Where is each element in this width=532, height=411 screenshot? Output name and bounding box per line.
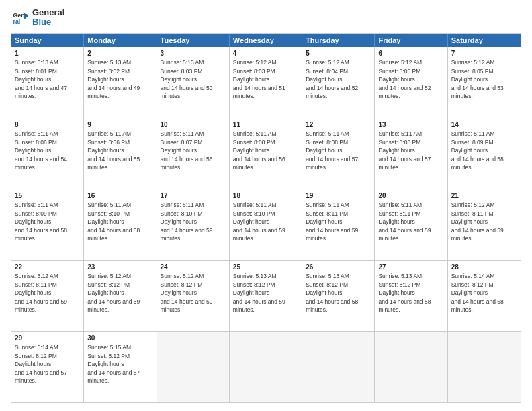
day-header-monday: Monday: [84, 34, 157, 47]
empty-cell: [375, 332, 447, 402]
daylight-value: and 14 hours and 56 minutes.: [233, 156, 285, 171]
sunset-text: Sunset: 8:12 PM: [87, 281, 130, 288]
daylight-value: and 14 hours and 54 minutes.: [15, 156, 67, 171]
day-header-tuesday: Tuesday: [157, 34, 230, 47]
day-cell-10: 10 Sunrise: 5:11 AM Sunset: 8:07 PM Dayl…: [157, 118, 230, 189]
sunset-text: Sunset: 8:10 PM: [161, 210, 203, 217]
day-cell-26: 26 Sunrise: 5:13 AM Sunset: 8:12 PM Dayl…: [302, 261, 375, 331]
sunset-text: Sunset: 8:06 PM: [87, 139, 130, 146]
sunrise-text: Sunrise: 5:12 AM: [451, 59, 495, 66]
sunrise-text: Sunrise: 5:12 AM: [451, 201, 495, 208]
day-number: 26: [306, 263, 371, 272]
sunset-text: Sunset: 8:05 PM: [378, 68, 420, 75]
daylight-label: Daylight hours: [378, 147, 414, 154]
daylight-value: and 14 hours and 58 minutes.: [87, 227, 140, 242]
day-cell-3: 3 Sunrise: 5:13 AM Sunset: 8:03 PM Dayli…: [157, 47, 230, 118]
sunset-text: Sunset: 8:12 PM: [87, 353, 130, 359]
day-cell-25: 25 Sunrise: 5:13 AM Sunset: 8:12 PM Dayl…: [230, 261, 302, 331]
daylight-value: and 14 hours and 47 minutes.: [15, 85, 67, 99]
day-cell-8: 8 Sunrise: 5:11 AM Sunset: 8:06 PM Dayli…: [11, 118, 84, 189]
daylight-value: and 14 hours and 52 minutes.: [306, 85, 358, 99]
sunrise-text: Sunrise: 5:13 AM: [378, 273, 422, 279]
sunrise-text: Sunrise: 5:11 AM: [306, 130, 349, 137]
day-cell-14: 14 Sunrise: 5:11 AM Sunset: 8:09 PM Dayl…: [448, 118, 521, 189]
day-cell-23: 23 Sunrise: 5:12 AM Sunset: 8:12 PM Dayl…: [84, 261, 157, 331]
logo-icon: Gene ral: [11, 8, 30, 27]
day-number: 1: [15, 49, 80, 58]
day-number: 9: [87, 120, 152, 130]
sunrise-text: Sunrise: 5:13 AM: [87, 59, 131, 66]
empty-cell: [157, 332, 230, 402]
sunrise-text: Sunrise: 5:13 AM: [161, 59, 204, 66]
sunrise-text: Sunrise: 5:12 AM: [233, 59, 277, 66]
daylight-value: and 14 hours and 57 minutes.: [87, 369, 140, 384]
daylight-label: Daylight hours: [87, 361, 124, 367]
day-header-sunday: Sunday: [11, 34, 84, 47]
day-cell-28: 28 Sunrise: 5:14 AM Sunset: 8:12 PM Dayl…: [448, 261, 521, 331]
day-cell-21: 21 Sunrise: 5:12 AM Sunset: 8:11 PM Dayl…: [448, 189, 521, 260]
sunset-text: Sunset: 8:10 PM: [87, 210, 130, 217]
daylight-label: Daylight hours: [161, 147, 197, 154]
day-cell-5: 5 Sunrise: 5:12 AM Sunset: 8:04 PM Dayli…: [302, 47, 375, 118]
calendar-week-2: 8 Sunrise: 5:11 AM Sunset: 8:06 PM Dayli…: [11, 118, 521, 189]
day-number: 6: [378, 49, 443, 58]
day-cell-4: 4 Sunrise: 5:12 AM Sunset: 8:03 PM Dayli…: [230, 47, 302, 118]
sunset-text: Sunset: 8:06 PM: [15, 139, 57, 146]
daylight-label: Daylight hours: [233, 76, 269, 83]
day-cell-13: 13 Sunrise: 5:11 AM Sunset: 8:08 PM Dayl…: [375, 118, 447, 189]
daylight-label: Daylight hours: [161, 218, 197, 225]
sunrise-text: Sunrise: 5:12 AM: [161, 273, 204, 279]
calendar-week-5: 29 Sunrise: 5:14 AM Sunset: 8:12 PM Dayl…: [11, 332, 521, 402]
daylight-value: and 14 hours and 58 minutes.: [451, 156, 504, 171]
day-number: 22: [15, 263, 80, 272]
calendar-week-4: 22 Sunrise: 5:12 AM Sunset: 8:11 PM Dayl…: [11, 261, 521, 332]
sunrise-text: Sunrise: 5:11 AM: [15, 201, 58, 208]
daylight-value: and 14 hours and 53 minutes.: [451, 85, 504, 99]
day-cell-16: 16 Sunrise: 5:11 AM Sunset: 8:10 PM Dayl…: [84, 189, 157, 260]
day-number: 14: [451, 120, 517, 130]
daylight-label: Daylight hours: [306, 147, 342, 154]
daylight-value: and 14 hours and 52 minutes.: [378, 85, 431, 99]
sunset-text: Sunset: 8:04 PM: [306, 68, 348, 75]
daylight-label: Daylight hours: [161, 76, 197, 83]
daylight-label: Daylight hours: [15, 218, 51, 225]
day-cell-6: 6 Sunrise: 5:12 AM Sunset: 8:05 PM Dayli…: [375, 47, 447, 118]
sunset-text: Sunset: 8:05 PM: [451, 68, 494, 75]
daylight-label: Daylight hours: [451, 76, 488, 83]
empty-cell: [230, 332, 302, 402]
sunrise-text: Sunrise: 5:12 AM: [378, 59, 422, 66]
daylight-value: and 14 hours and 49 minutes.: [87, 85, 140, 99]
day-number: 24: [161, 263, 226, 272]
day-number: 27: [378, 263, 443, 272]
daylight-label: Daylight hours: [451, 289, 488, 296]
sunset-text: Sunset: 8:02 PM: [87, 68, 130, 75]
day-number: 18: [233, 191, 298, 201]
day-number: 11: [233, 120, 298, 130]
daylight-label: Daylight hours: [87, 218, 124, 225]
day-number: 19: [306, 191, 371, 201]
daylight-label: Daylight hours: [306, 76, 342, 83]
daylight-value: and 14 hours and 58 minutes.: [451, 298, 504, 313]
daylight-value: and 14 hours and 57 minutes.: [306, 156, 358, 171]
daylight-value: and 14 hours and 59 minutes.: [15, 298, 67, 313]
sunset-text: Sunset: 8:11 PM: [306, 210, 348, 217]
daylight-value: and 14 hours and 58 minutes.: [15, 227, 67, 242]
sunrise-text: Sunrise: 5:11 AM: [306, 201, 349, 208]
day-header-wednesday: Wednesday: [230, 34, 302, 47]
sunrise-text: Sunrise: 5:11 AM: [87, 201, 131, 208]
daylight-label: Daylight hours: [306, 289, 342, 296]
daylight-label: Daylight hours: [87, 147, 124, 154]
day-cell-2: 2 Sunrise: 5:13 AM Sunset: 8:02 PM Dayli…: [84, 47, 157, 118]
day-cell-18: 18 Sunrise: 5:11 AM Sunset: 8:10 PM Dayl…: [230, 189, 302, 260]
day-number: 10: [161, 120, 226, 130]
daylight-value: and 14 hours and 59 minutes.: [233, 227, 285, 242]
sunrise-text: Sunrise: 5:11 AM: [378, 130, 422, 137]
daylight-value: and 14 hours and 59 minutes.: [378, 227, 431, 242]
sunrise-text: Sunrise: 5:13 AM: [306, 273, 349, 279]
sunset-text: Sunset: 8:11 PM: [378, 210, 420, 217]
sunset-text: Sunset: 8:11 PM: [451, 210, 494, 217]
day-cell-7: 7 Sunrise: 5:12 AM Sunset: 8:05 PM Dayli…: [448, 47, 521, 118]
day-number: 8: [15, 120, 80, 130]
day-number: 2: [87, 49, 152, 58]
daylight-value: and 14 hours and 50 minutes.: [161, 85, 213, 99]
